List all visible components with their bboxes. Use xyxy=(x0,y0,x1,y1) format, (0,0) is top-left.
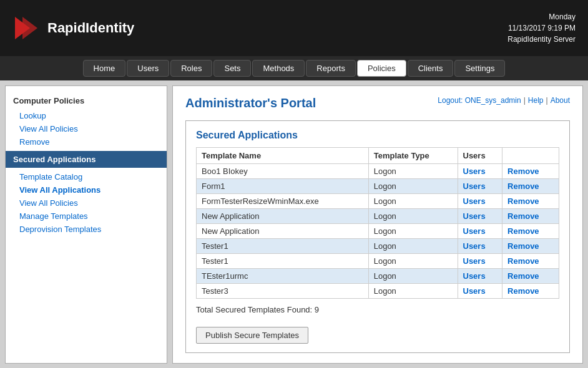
header-date-time: 11/13/2017 9:19 PM xyxy=(507,22,576,34)
remove-link[interactable]: Remove xyxy=(507,256,539,266)
table-row: Form1LogonUsersRemove xyxy=(197,179,559,194)
remove-link[interactable]: Remove xyxy=(507,167,539,176)
cell-template-type: Logon xyxy=(368,179,458,194)
sidebar-sublink-view-all-applications[interactable]: View All Applications xyxy=(6,183,167,196)
logo-icon xyxy=(12,14,40,42)
cell-users: Users xyxy=(458,269,502,284)
about-link[interactable]: About xyxy=(551,96,570,105)
cell-template-name: Tester3 xyxy=(197,284,369,299)
portal-title: Administrator's Portal xyxy=(185,96,316,110)
main-wrapper: Computer Policies LookupView All Policie… xyxy=(0,80,588,368)
cell-users: Users xyxy=(458,179,502,194)
cell-template-name: Form1 xyxy=(197,179,369,194)
cell-template-type: Logon xyxy=(368,209,458,224)
sidebar-sublink-view-all-policies[interactable]: View All Policies xyxy=(6,196,167,210)
header-links: Logout: ONE_sys_admin | Help | About xyxy=(438,96,570,105)
nav-tab-sets[interactable]: Sets xyxy=(213,60,251,77)
cell-template-name: Tester1 xyxy=(197,239,369,254)
users-link[interactable]: Users xyxy=(463,182,486,191)
users-link[interactable]: Users xyxy=(463,167,486,176)
cell-template-type: Logon xyxy=(368,194,458,209)
nav-tab-clients[interactable]: Clients xyxy=(408,60,454,77)
cell-users: Users xyxy=(458,224,502,239)
table-row: Tester3LogonUsersRemove xyxy=(197,284,559,299)
apps-table-body: Boo1 BIokeyLogonUsersRemoveForm1LogonUse… xyxy=(197,164,559,299)
cell-template-type: Logon xyxy=(368,254,458,269)
sidebar-sublink-template-catalog[interactable]: Template Catalog xyxy=(6,170,167,183)
users-link[interactable]: Users xyxy=(463,241,486,251)
remove-link[interactable]: Remove xyxy=(507,211,539,221)
cell-users: Users xyxy=(458,209,502,224)
cell-template-name: Boo1 BIokey xyxy=(197,164,369,179)
sidebar-sublink-deprovision-templates[interactable]: Deprovision Templates xyxy=(6,223,167,236)
users-link[interactable]: Users xyxy=(463,286,486,296)
logout-link[interactable]: Logout: ONE_sys_admin xyxy=(438,96,521,105)
table-row: Boo1 BIokeyLogonUsersRemove xyxy=(197,164,559,179)
nav-tab-roles[interactable]: Roles xyxy=(170,60,212,77)
cell-template-type: Logon xyxy=(368,164,458,179)
nav-tab-home[interactable]: Home xyxy=(83,60,126,77)
nav-tab-settings[interactable]: Settings xyxy=(454,60,505,77)
nav-tab-users[interactable]: Users xyxy=(127,60,169,77)
users-link[interactable]: Users xyxy=(463,256,486,266)
cell-template-name: FormTesterResizeWminMax.exe xyxy=(197,194,369,209)
cell-template-type: Logon xyxy=(368,224,458,239)
table-row: New ApplicationLogonUsersRemove xyxy=(197,224,559,239)
table-row: Tester1LogonUsersRemove xyxy=(197,239,559,254)
nav-tab-reports[interactable]: Reports xyxy=(306,60,356,77)
total-label: Total Secured Templates Found: xyxy=(196,305,315,314)
remove-link[interactable]: Remove xyxy=(507,182,539,191)
remove-link[interactable]: Remove xyxy=(507,241,539,251)
table-row: New ApplicationLogonUsersRemove xyxy=(197,209,559,224)
users-link[interactable]: Users xyxy=(463,196,486,206)
remove-link[interactable]: Remove xyxy=(507,271,539,281)
content-header: Administrator's Portal Logout: ONE_sys_a… xyxy=(185,96,570,110)
sidebar-top-links: LookupView All PoliciesRemove xyxy=(6,109,167,148)
cell-users: Users xyxy=(458,239,502,254)
apps-table-header: Template Name Template Type Users xyxy=(197,148,559,164)
users-link[interactable]: Users xyxy=(463,226,486,236)
cell-remove: Remove xyxy=(502,239,559,254)
sep2: | xyxy=(546,96,548,105)
svg-marker-1 xyxy=(22,17,37,39)
cell-users: Users xyxy=(458,194,502,209)
cell-template-name: New Application xyxy=(197,209,369,224)
cell-remove: Remove xyxy=(502,284,559,299)
sidebar-link-view-all-policies[interactable]: View All Policies xyxy=(6,122,167,135)
cell-remove: Remove xyxy=(502,209,559,224)
users-link[interactable]: Users xyxy=(463,211,486,221)
remove-link[interactable]: Remove xyxy=(507,226,539,236)
remove-link[interactable]: Remove xyxy=(507,196,539,206)
col-users: Users xyxy=(458,148,502,164)
apps-table: Template Name Template Type Users Boo1 B… xyxy=(196,147,559,299)
header: RapidIdentity Monday 11/13/2017 9:19 PM … xyxy=(0,0,588,56)
header-datetime: Monday 11/13/2017 9:19 PM RapidIdentity … xyxy=(507,11,576,45)
publish-secure-templates-button[interactable]: Publish Secure Templates xyxy=(196,327,308,344)
col-actions xyxy=(502,148,559,164)
logo-area: RapidIdentity xyxy=(12,14,134,42)
header-server: RapidIdentity Server xyxy=(507,34,576,45)
cell-remove: Remove xyxy=(502,194,559,209)
cell-template-type: Logon xyxy=(368,284,458,299)
secured-apps-section: Secured Applications Template Name Templ… xyxy=(185,120,570,353)
remove-link[interactable]: Remove xyxy=(507,286,539,296)
sidebar-sub-links: Template CatalogView All ApplicationsVie… xyxy=(6,170,167,236)
sep1: | xyxy=(524,96,526,105)
cell-template-type: Logon xyxy=(368,239,458,254)
sidebar-link-lookup[interactable]: Lookup xyxy=(6,109,167,122)
cell-users: Users xyxy=(458,254,502,269)
sidebar-section-title: Computer Policies xyxy=(6,92,167,109)
cell-remove: Remove xyxy=(502,224,559,239)
users-link[interactable]: Users xyxy=(463,271,486,281)
sidebar-active-section: Secured Applications xyxy=(6,151,167,168)
table-row: Tester1LogonUsersRemove xyxy=(197,254,559,269)
sidebar-link-remove[interactable]: Remove xyxy=(6,135,167,148)
help-link[interactable]: Help xyxy=(528,96,544,105)
total-count: 9 xyxy=(315,305,319,314)
cell-remove: Remove xyxy=(502,179,559,194)
logo-text: RapidIdentity xyxy=(47,20,134,36)
cell-users: Users xyxy=(458,164,502,179)
nav-tab-methods[interactable]: Methods xyxy=(252,60,305,77)
nav-tab-policies[interactable]: Policies xyxy=(357,60,406,77)
sidebar-sublink-manage-templates[interactable]: Manage Templates xyxy=(6,210,167,223)
